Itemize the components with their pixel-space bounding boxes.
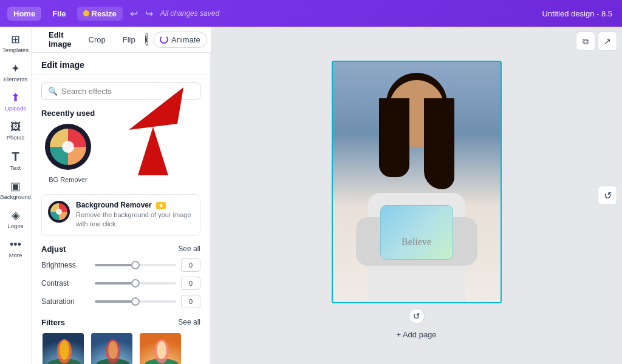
saturation-slider[interactable] [95, 300, 176, 303]
templates-label: Templates [2, 47, 29, 53]
saturation-label: Saturation [41, 297, 90, 306]
saturation-row: Saturation 0 [41, 295, 200, 308]
resize-button[interactable]: Resize [77, 7, 123, 21]
bg-remover-list-item[interactable]: Background Remover ★ Remove the backgrou… [41, 194, 200, 236]
sidebar-item-text[interactable]: T Text [0, 146, 31, 176]
bg-remover-list-title: Background Remover ★ [76, 201, 194, 209]
svg-point-11 [108, 341, 118, 359]
background-label: Background [0, 194, 31, 200]
sidebar-item-templates[interactable]: ⊞ Templates [0, 29, 31, 58]
logos-label: Logos [8, 223, 24, 229]
adjust-title: Adjust [41, 244, 66, 254]
text-label: Text [10, 164, 21, 171]
external-button[interactable]: ↗ [598, 32, 617, 51]
sidebar-item-elements[interactable]: ✦ Elements [0, 58, 31, 87]
bg-remover-card[interactable]: BG Remover [41, 123, 95, 184]
search-icon: 🔍 [48, 87, 58, 96]
info-button[interactable]: i [145, 33, 148, 46]
panel-wrapper: Edit image Crop Flip i Animate Edit imag… [32, 27, 211, 364]
canvas-area: ⧉ ↗ ↺ Believe ↺ [211, 27, 622, 364]
undo-button[interactable]: ↩ [128, 7, 140, 21]
recently-used-grid: BG Remover [41, 123, 200, 184]
redo-button[interactable]: ↪ [143, 7, 156, 21]
hair-left [379, 98, 409, 177]
home-button[interactable]: Home [7, 7, 41, 21]
filter-festive-thumb [90, 332, 134, 364]
sidebar-item-more[interactable]: ••• More [0, 234, 31, 263]
sidebar: ⊞ Templates ✦ Elements ⬆ Uploads 🖼 Photo… [0, 27, 32, 364]
more-label: More [9, 252, 22, 258]
main-layout: ⊞ Templates ✦ Elements ⬆ Uploads 🖼 Photo… [0, 27, 622, 364]
contrast-slider[interactable] [95, 282, 176, 285]
uploads-icon: ⬆ [11, 92, 20, 103]
document-title: Untitled design - 8.5 [542, 9, 612, 18]
bg-remover-label: BG Remover [49, 176, 87, 183]
svg-point-15 [157, 341, 166, 359]
filter-festive[interactable]: Festive [90, 332, 134, 364]
svg-point-7 [60, 340, 69, 360]
image-frame[interactable]: Believe [332, 61, 502, 303]
adjust-header: Adjust See all [41, 244, 200, 254]
elements-label: Elements [4, 76, 28, 83]
tab-crop[interactable]: Crop [81, 32, 113, 48]
animate-label: Animate [171, 35, 200, 44]
photos-label: Photos [7, 134, 25, 141]
panel-content: 🔍 Recently used [32, 75, 210, 364]
file-button[interactable]: File [46, 7, 72, 21]
canvas-refresh-button[interactable]: ↺ [598, 186, 617, 205]
bg-remover-thumb [44, 123, 92, 171]
bg-remover-list-icon [48, 201, 70, 223]
sidebar-item-logos[interactable]: ◈ Logos [0, 205, 31, 234]
filter-epic-thumb [41, 332, 85, 364]
animate-icon [160, 35, 168, 44]
sidebar-item-uploads[interactable]: ⬆ Uploads [0, 87, 31, 116]
filter-summer[interactable]: Summer [138, 332, 182, 364]
elements-icon: ✦ [11, 63, 20, 74]
brightness-value[interactable]: 0 [181, 258, 200, 272]
search-input[interactable] [61, 87, 194, 96]
tab-edit-image[interactable]: Edit image [41, 27, 79, 52]
held-item [380, 205, 453, 260]
topbar: Home File Resize ↩ ↪ All changes saved U… [0, 0, 622, 27]
add-page-button[interactable]: + Add page [390, 328, 442, 342]
contrast-value[interactable]: 0 [181, 277, 200, 290]
brightness-label: Brightness [41, 261, 90, 269]
canvas-top-actions: ⧉ ↗ [576, 32, 617, 51]
adjust-section: Adjust See all Brightness 0 Contrast [41, 244, 200, 308]
sidebar-item-photos[interactable]: 🖼 Photos [0, 116, 31, 146]
believe-text: Believe [402, 237, 431, 248]
photos-icon: 🖼 [10, 121, 21, 132]
duplicate-button[interactable]: ⧉ [576, 32, 595, 51]
filters-header: Filters See all [41, 318, 200, 327]
filters-section: Filters See all [41, 318, 200, 364]
background-icon: ▣ [10, 181, 21, 192]
contrast-row: Contrast 0 [41, 277, 200, 290]
save-status: All changes saved [160, 9, 219, 18]
sidebar-item-background[interactable]: ▣ Background [0, 176, 31, 205]
uploads-label: Uploads [5, 105, 26, 112]
svg-point-3 [56, 209, 62, 215]
search-box[interactable]: 🔍 [41, 83, 200, 100]
filter-summer-thumb [138, 332, 182, 364]
pro-badge: ★ [156, 202, 166, 209]
filters-grid: Epic [41, 332, 200, 364]
toolbar: Edit image Crop Flip i Animate [32, 27, 211, 53]
recently-used-title: Recently used [41, 109, 95, 118]
templates-icon: ⊞ [11, 34, 20, 45]
image-frame-bottom: ↺ + Add page [390, 308, 442, 342]
resize-dot [83, 10, 89, 16]
adjust-see-all[interactable]: See all [178, 244, 200, 253]
filter-epic[interactable]: Epic [41, 332, 85, 364]
hair-right [424, 98, 454, 189]
saturation-value[interactable]: 0 [181, 295, 200, 308]
tab-flip[interactable]: Flip [115, 32, 143, 48]
edit-panel: Edit image 🔍 Recently used [32, 53, 211, 364]
bg-remover-list-desc: Remove the background of your image with… [76, 211, 194, 229]
more-icon: ••• [10, 239, 21, 250]
brightness-row: Brightness 0 [41, 258, 200, 272]
brightness-slider[interactable] [95, 264, 176, 266]
filters-see-all[interactable]: See all [178, 318, 200, 326]
page-refresh-button[interactable]: ↺ [409, 308, 425, 324]
animate-button[interactable]: Animate [153, 32, 207, 48]
text-icon: T [12, 150, 19, 163]
